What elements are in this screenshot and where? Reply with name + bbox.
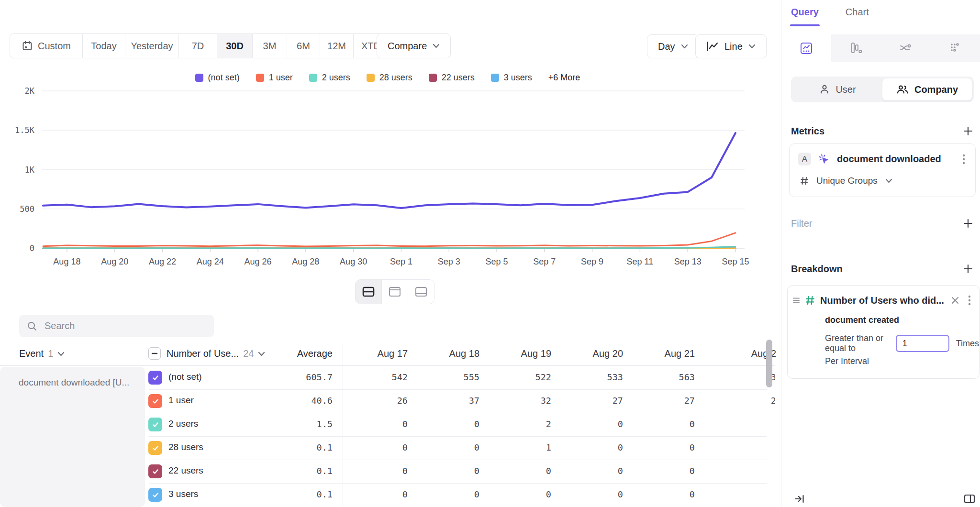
value-cell: 0 [630, 466, 702, 476]
search-input[interactable] [44, 320, 206, 332]
range-12m[interactable]: 12M [320, 34, 354, 58]
range-7d[interactable]: 7D [179, 34, 217, 58]
line-chart-icon [706, 41, 719, 52]
chart-type-line-button[interactable] [781, 34, 831, 62]
add-filter-button[interactable] [962, 218, 974, 229]
remove-breakdown-icon[interactable] [951, 296, 959, 305]
table-row[interactable]: 2 users 1.5 00200 [0, 413, 775, 436]
layout-chart-top-button[interactable] [382, 280, 408, 304]
calendar-icon [22, 40, 33, 52]
table-row[interactable]: 22 users 0.1 00000 [0, 460, 775, 483]
metric-name[interactable]: document downloaded [837, 154, 952, 165]
svg-text:Sep 1: Sep 1 [390, 257, 412, 266]
svg-text:Sep 3: Sep 3 [438, 257, 460, 266]
add-metric-button[interactable] [962, 125, 974, 137]
times-label: Times [956, 339, 979, 349]
tab-chart[interactable]: Chart [846, 7, 869, 26]
select-all-checkbox[interactable] [148, 347, 161, 360]
drag-handle-icon[interactable] [792, 297, 800, 304]
average-column-header: Average [266, 348, 333, 359]
value-cell: 563 [630, 372, 702, 382]
metric-options-kebab-icon[interactable] [959, 153, 969, 165]
check-icon [152, 397, 159, 405]
top-bar-view-icon [389, 287, 401, 297]
series-label: 2 users [168, 419, 198, 429]
chart-type-scatter-button[interactable] [930, 34, 980, 62]
condition-label[interactable]: Greater than or equal to [825, 333, 889, 353]
bottom-bar-view-icon [415, 287, 427, 297]
per-interval-label[interactable]: Per Interval [825, 356, 869, 366]
chart-type-flow-button[interactable] [881, 34, 931, 62]
table-row[interactable]: (not set) 605.7 54255552253356353 [0, 366, 775, 389]
event-count: 1 [48, 348, 53, 359]
date-column-header: Aug 19 [487, 348, 558, 359]
tab-query[interactable]: Query [791, 7, 819, 26]
row-separator [149, 436, 767, 437]
collapse-panel-icon[interactable] [794, 493, 805, 505]
breakdown-property-name[interactable]: Number of Users who did... [820, 295, 946, 306]
check-icon [152, 374, 159, 382]
range-30d[interactable]: 30D [217, 34, 253, 58]
table-row[interactable]: 3 users 0.1 00000 [0, 483, 775, 507]
side-panel-icon[interactable] [963, 493, 976, 505]
breakdown-event-name[interactable]: document created [825, 315, 899, 325]
row-checkbox[interactable] [148, 371, 162, 385]
range-30d-label: 30D [226, 41, 244, 52]
svg-text:Aug 20: Aug 20 [101, 257, 128, 266]
value-cell: 53 [702, 372, 775, 382]
svg-text:Sep 13: Sep 13 [674, 257, 702, 266]
range-7d-label: 7D [192, 41, 204, 52]
range-custom[interactable]: Custom [10, 34, 83, 58]
range-3m[interactable]: 3M [253, 34, 287, 58]
row-checkbox[interactable] [148, 394, 162, 408]
chart-type-switcher [781, 34, 980, 62]
times-value-input[interactable] [896, 335, 949, 352]
row-checkbox[interactable] [148, 464, 162, 478]
number-hash-icon [800, 176, 809, 185]
chart-type-dropdown[interactable]: Line [695, 34, 767, 58]
row-checkbox[interactable] [148, 488, 162, 502]
value-cell: 26 [343, 396, 415, 406]
chevron-down-icon [433, 44, 440, 48]
layout-split-button[interactable] [356, 280, 382, 304]
metrics-section-header: Metrics [791, 125, 974, 137]
svg-text:Sep 15: Sep 15 [722, 257, 749, 266]
row-values: 00100 [343, 442, 775, 452]
value-cell: 27 [630, 396, 702, 406]
line-chart-box-icon [799, 41, 813, 55]
breakdown-options-kebab-icon[interactable] [965, 294, 974, 307]
range-today[interactable]: Today [83, 34, 125, 58]
table-row[interactable]: 1 user 40.6 26373227272 [0, 389, 775, 413]
compare-button[interactable]: Compare [377, 33, 451, 58]
value-cell: 533 [558, 372, 630, 382]
value-cell: 32 [487, 396, 558, 406]
series-label: 22 users [168, 465, 203, 476]
chart-type-bar-button[interactable] [831, 34, 881, 62]
table-scrollbar[interactable] [766, 340, 772, 387]
add-breakdown-button[interactable] [962, 263, 974, 275]
row-checkbox[interactable] [148, 418, 162, 431]
table-row[interactable]: 28 users 0.1 00100 [0, 436, 775, 460]
group-column-dropdown[interactable]: Number of Use... 24 [167, 348, 265, 359]
filter-section-header: Filter [791, 218, 974, 229]
date-column-header: Aug 17 [343, 348, 415, 359]
scope-user-button[interactable]: User [793, 78, 882, 100]
range-yesterday[interactable]: Yesterday [125, 34, 179, 58]
company-icon [896, 84, 909, 95]
chart-canvas[interactable]: 05001K1.5K2KAug 18Aug 20Aug 22Aug 24Aug … [0, 70, 775, 271]
row-average: 0.1 [266, 489, 333, 499]
split-view-icon [362, 287, 375, 297]
range-6m[interactable]: 6M [287, 34, 320, 58]
event-column-dropdown[interactable]: Event 1 [19, 348, 65, 359]
granularity-dropdown[interactable]: Day [647, 34, 699, 58]
chevron-down-icon [258, 352, 265, 356]
breakdown-card: Number of Users who did... document crea… [787, 285, 980, 379]
scope-company-button[interactable]: Company [882, 78, 972, 100]
layout-chart-bottom-button[interactable] [408, 280, 434, 304]
svg-text:Sep 7: Sep 7 [533, 257, 556, 266]
range-yesterday-label: Yesterday [131, 41, 173, 52]
range-today-label: Today [91, 41, 116, 52]
aggregation-dropdown[interactable]: Unique Groups [800, 176, 892, 186]
svg-text:1.5K: 1.5K [15, 125, 35, 135]
row-checkbox[interactable] [148, 441, 162, 455]
